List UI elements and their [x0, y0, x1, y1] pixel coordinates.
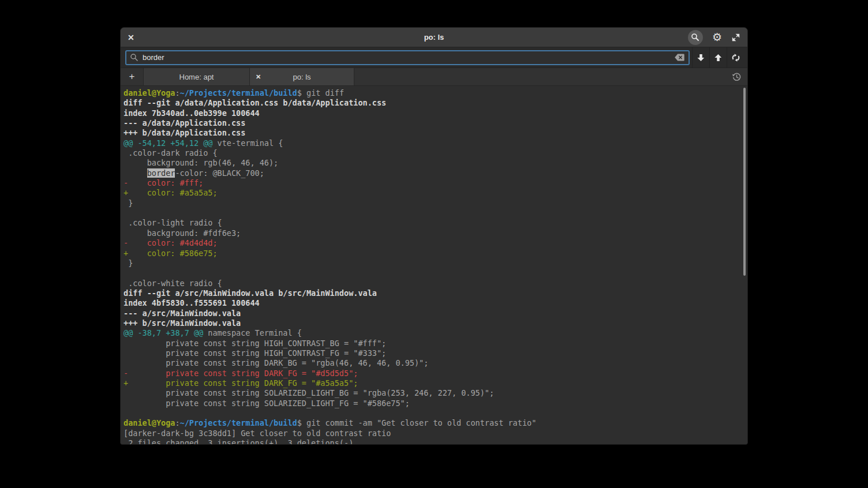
terminal-line: daniel@Yoga:~/Projects/terminal/build$ g… [124, 88, 747, 98]
terminal-line: @@ -38,7 +38,7 @@ namespace Terminal { [124, 328, 747, 338]
search-toggle-button[interactable] [688, 30, 703, 45]
terminal-line: --- a/src/MainWindow.vala [124, 309, 747, 318]
terminal-line: --- a/data/Application.css [124, 118, 747, 128]
titlebar[interactable]: ✕ po: ls ⚙ [121, 28, 747, 47]
terminal-line [124, 268, 747, 278]
search-icon [691, 33, 699, 42]
terminal-line: .color-light radio { [124, 218, 747, 228]
terminal-line: border-color: @BLACK_700; [124, 168, 747, 178]
terminal-line: private const string HIGH_CONTRAST_FG = … [124, 348, 747, 358]
search-input[interactable] [143, 53, 674, 62]
terminal-line: 2 files changed, 3 insertions(+), 3 dele… [124, 438, 747, 445]
tab-bar: + Home: apt ✕ po: ls [121, 68, 747, 86]
search-wrap-button[interactable] [727, 47, 744, 68]
tab-po-ls[interactable]: ✕ po: ls [250, 68, 354, 85]
terminal-line: diff --git a/data/Application.css b/data… [124, 98, 747, 108]
tabbar-spacer [354, 68, 725, 85]
tab-label: po: ls [293, 73, 310, 81]
scrollbar-thumb[interactable] [743, 88, 746, 276]
backspace-clear-icon [674, 53, 685, 62]
terminal-line: background: rgb(46, 46, 46); [124, 158, 747, 168]
terminal-line: diff --git a/src/MainWindow.vala b/src/M… [124, 288, 747, 298]
terminal-line: - color: #4d4d4d; [124, 238, 747, 248]
window-close-icon[interactable]: ✕ [128, 33, 134, 42]
window-title: po: ls [424, 33, 444, 42]
new-tab-button[interactable]: + [121, 68, 144, 85]
terminal-line: private const string HIGH_CONTRAST_BG = … [124, 339, 747, 348]
terminal-line: background: #fdf6e3; [124, 228, 747, 238]
search-nav-buttons [692, 47, 744, 68]
terminal-line: + color: #586e75; [124, 249, 747, 258]
cycle-wrap-icon [731, 53, 741, 62]
terminal-line: - private const string DARK_FG = "#d5d5d… [124, 369, 747, 378]
terminal-line: +++ b/data/Application.css [124, 128, 747, 138]
search-bar [121, 47, 747, 68]
tab-label: Home: apt [179, 73, 214, 81]
terminal-line: daniel@Yoga:~/Projects/terminal/build$ g… [124, 418, 747, 428]
terminal-line [124, 408, 747, 418]
titlebar-actions: ⚙ [688, 30, 740, 45]
terminal-line: .color-white radio { [124, 279, 747, 288]
tab-home-apt[interactable]: Home: apt [144, 68, 250, 85]
fullscreen-button[interactable] [731, 33, 740, 42]
terminal-output: daniel@Yoga:~/Projects/terminal/build$ g… [124, 88, 747, 445]
terminal-line: +++ b/src/MainWindow.vala [124, 318, 747, 328]
expand-icon [731, 33, 740, 42]
clear-search-button[interactable] [674, 53, 685, 62]
settings-gear-icon[interactable]: ⚙ [712, 32, 722, 43]
search-field[interactable] [125, 50, 690, 65]
terminal-line: } [124, 258, 747, 268]
tab-close-icon[interactable]: ✕ [256, 73, 261, 81]
search-input-icon [130, 53, 139, 62]
terminal-line: index 4bf5830..f555691 100644 [124, 298, 747, 308]
terminal-line: index 7b340ad..0eb399e 100644 [124, 108, 747, 118]
arrow-down-icon [697, 53, 705, 62]
terminal-line: [darker-dark-bg 3c38dd1] Get closer to o… [124, 429, 747, 438]
terminal-line: - color: #fff; [124, 178, 747, 188]
terminal-line: @@ -54,12 +54,12 @@ vte-terminal { [124, 138, 747, 148]
arrow-up-icon [714, 53, 723, 62]
search-next-button[interactable] [692, 47, 709, 68]
terminal-line: .color-dark radio { [124, 148, 747, 158]
terminal-line [124, 208, 747, 218]
terminal-line: private const string SOLARIZED_LIGHT_FG … [124, 399, 747, 408]
search-previous-button[interactable] [709, 47, 727, 68]
history-clock-icon [732, 72, 742, 82]
terminal-window: ✕ po: ls ⚙ [120, 27, 748, 445]
terminal-viewport[interactable]: daniel@Yoga:~/Projects/terminal/build$ g… [121, 86, 747, 445]
terminal-line: + color: #a5a5a5; [124, 188, 747, 198]
terminal-line: private const string DARK_BG = "rgba(46,… [124, 358, 747, 368]
terminal-line: + private const string DARK_FG = "#a5a5a… [124, 378, 747, 388]
terminal-line: } [124, 198, 747, 208]
restore-tab-button[interactable] [725, 68, 747, 85]
terminal-line: private const string SOLARIZED_LIGHT_BG … [124, 388, 747, 398]
